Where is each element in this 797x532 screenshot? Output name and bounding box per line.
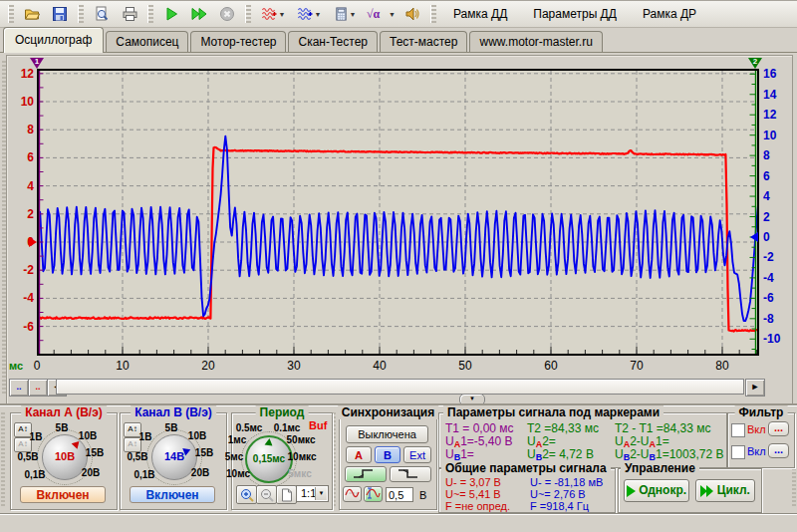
tab-recorder[interactable]: Самописец bbox=[106, 31, 188, 53]
panel-grip[interactable] bbox=[2, 61, 6, 396]
channel-b-scale-label: 5В bbox=[165, 422, 178, 433]
scale-ratio-select[interactable]: 1:1 ▼ bbox=[296, 485, 329, 502]
toolbar-grip[interactable] bbox=[430, 5, 436, 23]
page-icon bbox=[281, 488, 293, 502]
marker-2[interactable]: 2 bbox=[748, 58, 762, 69]
channel-b-marker-dots-button[interactable]: .. bbox=[9, 379, 29, 397]
tab-test-master[interactable]: Тест-мастер bbox=[380, 31, 467, 53]
svg-text:√α: √α bbox=[367, 7, 381, 21]
zoom-out-button[interactable] bbox=[256, 485, 277, 504]
channel-a-scale-label: 10В bbox=[79, 430, 97, 441]
channel-a-title: Канал А (В/э) bbox=[21, 405, 107, 419]
chevron-down-icon[interactable]: ▼ bbox=[315, 487, 327, 500]
period-knob-pointer bbox=[265, 437, 274, 445]
channel-a-signal-button[interactable]: ▼ bbox=[255, 2, 291, 26]
marker-number: 1 bbox=[30, 57, 44, 66]
tab-motor-tester[interactable]: Мотор-тестер bbox=[190, 31, 286, 53]
sync-edge-rising-button[interactable] bbox=[345, 466, 387, 482]
common-param-b: U~= 2,76 В bbox=[530, 488, 586, 500]
dropdown-arrow-icon[interactable]: ▼ bbox=[315, 11, 322, 18]
sync-source-a-button[interactable]: А bbox=[346, 446, 372, 463]
period-value: 0,15мс bbox=[247, 453, 291, 464]
marker-1[interactable]: 1 bbox=[30, 58, 44, 69]
tab-oscilloscope[interactable]: Осциллограф bbox=[3, 27, 104, 53]
sync-source-ext-button[interactable]: Ext bbox=[403, 446, 431, 463]
filter-title: Фильтр bbox=[735, 405, 788, 419]
channel-a-scale-label: 0,1В bbox=[24, 469, 45, 480]
stop-button[interactable] bbox=[213, 2, 241, 26]
single-start-label: Однокр. bbox=[639, 483, 686, 497]
menu-ramka-dr[interactable]: Рамка ДР bbox=[630, 2, 709, 26]
open-folder-button[interactable] bbox=[18, 2, 46, 26]
print-preview-button[interactable] bbox=[88, 2, 116, 26]
zoom-in-button[interactable] bbox=[236, 485, 257, 504]
marker-measurement: UВ2-UВ1=1003,72 В bbox=[615, 447, 723, 462]
stop-icon bbox=[219, 6, 235, 22]
controls-grip[interactable] bbox=[1, 412, 5, 508]
sound-button[interactable] bbox=[398, 2, 426, 26]
cycle-start-button[interactable]: Цикл. bbox=[695, 479, 755, 502]
toolbar-grip[interactable] bbox=[78, 5, 84, 23]
cycle-start-label: Цикл. bbox=[717, 483, 750, 497]
channel-b-scale-label: 1В bbox=[139, 431, 152, 442]
scrollbar-thumb[interactable] bbox=[56, 379, 744, 395]
channel-a-marker-dots-button[interactable]: .. bbox=[28, 379, 48, 397]
common-param-a: U- = 3,07 В bbox=[445, 476, 501, 488]
sync-level-input[interactable] bbox=[386, 487, 413, 502]
scrollbar-right-arrow[interactable]: ► bbox=[745, 379, 765, 397]
math-functions-button[interactable]: √α ▼ bbox=[363, 2, 398, 26]
calculator-button[interactable]: ▼ bbox=[327, 2, 363, 26]
filter-b-checkbox[interactable] bbox=[731, 445, 745, 459]
start-button[interactable] bbox=[157, 2, 185, 26]
menu-parametry-dd[interactable]: Параметры ДД bbox=[520, 2, 630, 26]
dropdown-arrow-icon[interactable]: ▼ bbox=[350, 11, 357, 18]
channel-a-scale-label: 15В bbox=[86, 447, 104, 458]
channel-a-waves-icon bbox=[261, 6, 278, 22]
channel-b-power-button[interactable]: Включен bbox=[130, 486, 215, 503]
tab-scan-tester[interactable]: Скан-Тестер bbox=[288, 31, 378, 53]
sync-manual-level-button[interactable] bbox=[364, 486, 383, 502]
tab-website[interactable]: www.motor-master.ru bbox=[469, 31, 602, 53]
sync-source-b-button[interactable]: В bbox=[375, 446, 400, 463]
sync-state-button[interactable]: Выключена bbox=[346, 425, 428, 443]
channel-a-scale-label: 20В bbox=[82, 467, 100, 478]
marker-measurement: T2 - T1 =84,33 мс bbox=[615, 421, 710, 435]
sync-edge-falling-button[interactable] bbox=[390, 466, 431, 482]
marker-measurement: T2 =84,33 мс bbox=[527, 421, 599, 435]
toolbar-grip[interactable] bbox=[8, 5, 14, 23]
channel-a-power-button[interactable]: Включен bbox=[20, 486, 106, 503]
single-start-button[interactable]: Однокр. bbox=[624, 479, 689, 502]
new-page-button[interactable] bbox=[276, 485, 297, 504]
common-param-a: F =не опред. bbox=[445, 500, 510, 512]
marker-params-title: Параметры сигнала под маркерами bbox=[443, 405, 664, 419]
period-scale-label: 50мкс bbox=[287, 434, 316, 445]
app-window: ▼ ▼ ▼ √α ▼ Рамка ДД Параметры ДД Рамка Д… bbox=[0, 0, 797, 532]
channel-a-zero-arrow[interactable] bbox=[29, 237, 37, 247]
sync-title: Синхронизация bbox=[338, 405, 439, 419]
period-scale-label: 10мкс bbox=[288, 451, 317, 462]
common-params-title: Общие параметры сигнала bbox=[441, 461, 611, 475]
x-axis-unit-label: мс bbox=[9, 360, 23, 372]
waveform-plot[interactable] bbox=[37, 69, 759, 356]
start-cycle-button[interactable] bbox=[185, 2, 213, 26]
toolbar-grip[interactable] bbox=[147, 5, 153, 23]
save-button[interactable] bbox=[46, 2, 74, 26]
speaker-icon bbox=[404, 6, 420, 22]
filter-b-more-button[interactable]: ... bbox=[768, 443, 789, 458]
print-icon bbox=[122, 6, 138, 22]
toolbar-grip[interactable] bbox=[245, 5, 251, 23]
channel-a-scale-label: 1В bbox=[30, 431, 43, 442]
channel-b-zero-arrow[interactable] bbox=[750, 232, 758, 242]
dropdown-arrow-icon[interactable]: ▼ bbox=[279, 11, 286, 18]
sync-auto-level-button[interactable] bbox=[343, 486, 362, 502]
print-button[interactable] bbox=[116, 2, 143, 26]
zoom-in-icon bbox=[240, 488, 254, 502]
marker-measurement: UВ1= bbox=[445, 447, 474, 462]
filter-a-checkbox[interactable] bbox=[731, 423, 745, 437]
period-title: Период bbox=[256, 405, 309, 419]
filter-a-more-button[interactable]: ... bbox=[768, 421, 789, 436]
menu-ramka-dd[interactable]: Рамка ДД bbox=[440, 2, 520, 26]
dropdown-arrow-icon[interactable]: ▼ bbox=[389, 11, 396, 18]
marker-number: 2 bbox=[748, 57, 762, 66]
channel-b-signal-button[interactable]: ▼ bbox=[291, 2, 327, 26]
